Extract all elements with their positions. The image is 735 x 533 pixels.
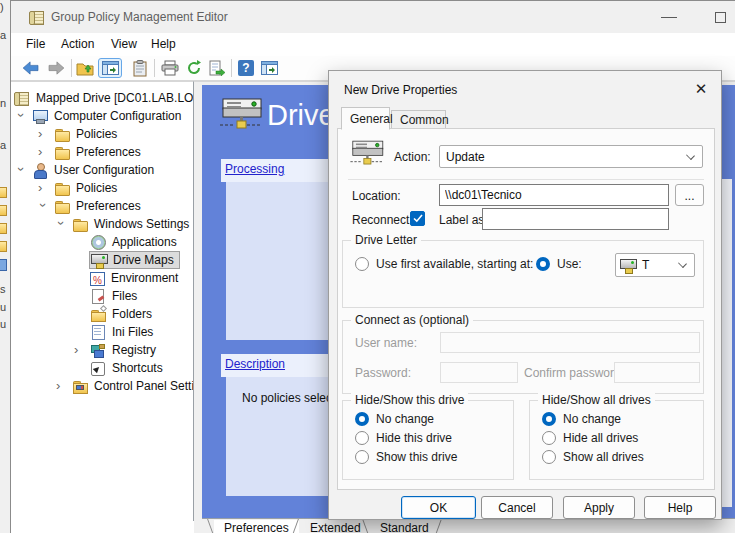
print-icon[interactable] [160, 58, 180, 78]
gpo-scroll-icon [14, 90, 30, 106]
tree-item-control-panel-settings[interactable]: Control Panel Settings [11, 377, 193, 395]
edge-fragment: a [0, 139, 6, 151]
edge-fragment: ) [0, 1, 4, 13]
chevron-down-icon[interactable] [16, 165, 26, 175]
minimize-button[interactable] [661, 17, 677, 18]
tree-item-files[interactable]: Files [11, 287, 193, 305]
user-icon [32, 162, 48, 178]
ok-button[interactable]: OK [401, 496, 476, 519]
tree-item-policies[interactable]: Policies [11, 125, 193, 143]
tab-standard[interactable]: Standard [370, 520, 439, 533]
toolbar-separator [231, 59, 232, 77]
reconnect-checkbox[interactable] [410, 211, 425, 226]
drive-letter-group-title: Drive Letter [351, 233, 421, 247]
drive-icon [620, 257, 636, 273]
tab-preferences[interactable]: Preferences [214, 520, 299, 533]
hide-show-all-title: Hide/Show all drives [538, 393, 655, 407]
menu-action[interactable]: Action [61, 37, 94, 51]
folder-icon [54, 126, 70, 142]
window-title: Group Policy Management Editor [51, 10, 228, 24]
radio-show-this-drive[interactable]: Show this drive [355, 450, 457, 464]
radio-label: Show all drives [563, 450, 644, 464]
help-button[interactable]: Help [644, 496, 716, 519]
tree-item-windows-settings[interactable]: Windows Settings [11, 215, 193, 233]
help-icon[interactable]: ? [236, 58, 256, 78]
menu-file[interactable]: File [26, 37, 45, 51]
new-window-icon[interactable] [259, 58, 279, 78]
action-dropdown[interactable]: Update [439, 145, 703, 168]
maximize-button[interactable] [715, 12, 726, 23]
tree-item-folders[interactable]: Folders [11, 305, 193, 323]
menu-view[interactable]: View [111, 37, 137, 51]
folder-icon [0, 187, 7, 198]
tree-item-policies[interactable]: Policies [11, 179, 193, 197]
drive-letter-group: Drive Letter Use first available, starti… [342, 240, 704, 308]
applications-icon [90, 234, 106, 250]
connect-as-group-title: Connect as (optional) [351, 313, 473, 327]
processing-link[interactable]: Processing [225, 162, 284, 176]
chevron-down-icon[interactable] [56, 219, 66, 229]
clipboard-icon[interactable] [130, 58, 150, 78]
location-input[interactable] [439, 184, 669, 206]
console-tree: Mapped Drive [DC01.LAB.LOCA Computer Con… [11, 81, 194, 521]
browse-button[interactable]: ... [675, 184, 704, 206]
tree-item-root[interactable]: Mapped Drive [DC01.LAB.LOCA [11, 89, 193, 107]
connect-as-group: Connect as (optional) User name: Passwor… [342, 320, 704, 394]
show-console-tree-icon[interactable] [98, 58, 122, 78]
hide-show-this-drive-group: Hide/Show this drive No change Hide this… [342, 400, 514, 480]
cancel-button[interactable]: Cancel [481, 496, 553, 519]
radio-hide-all-drives[interactable]: Hide all drives [542, 431, 638, 445]
radio-show-all-drives[interactable]: Show all drives [542, 450, 644, 464]
forward-icon[interactable] [46, 58, 66, 78]
radio-all-no-change[interactable]: No change [542, 412, 621, 426]
radio-use-first-available[interactable]: Use first available, starting at: [355, 257, 533, 271]
description-link[interactable]: Description [225, 357, 285, 371]
tree-item-environment[interactable]: % Environment [11, 269, 193, 287]
toolbar-separator [154, 59, 155, 77]
tab-extended[interactable]: Extended [300, 520, 371, 533]
tree-item-drive-maps[interactable]: Drive Maps [11, 251, 193, 269]
radio-this-no-change[interactable]: No change [355, 412, 434, 426]
menu-help[interactable]: Help [151, 37, 176, 51]
drive-letter-dropdown[interactable]: T [615, 253, 695, 277]
close-icon[interactable]: ✕ [689, 77, 713, 101]
export-list-icon[interactable] [207, 58, 227, 78]
drive-letter-value: T [642, 258, 649, 272]
radio-icon [542, 412, 556, 426]
chevron-right-icon[interactable] [38, 183, 48, 193]
radio-icon [355, 431, 369, 445]
radio-use[interactable]: Use: [536, 257, 582, 271]
tree-item-user-configuration[interactable]: User Configuration [11, 161, 193, 179]
refresh-icon[interactable] [184, 58, 204, 78]
tree-item-preferences[interactable]: Preferences [11, 197, 193, 215]
label-as-input[interactable] [482, 208, 669, 230]
chevron-right-icon[interactable] [74, 345, 84, 355]
chevron-down-icon[interactable] [38, 201, 48, 211]
chevron-right-icon[interactable] [38, 129, 48, 139]
tab-general[interactable]: General [341, 107, 390, 130]
folder-icon [0, 205, 7, 216]
radio-label: Use: [557, 257, 582, 271]
list-icon [0, 259, 7, 271]
chevron-right-icon[interactable] [56, 381, 66, 391]
chevron-down-icon[interactable] [16, 111, 26, 121]
tree-item-applications[interactable]: Applications [11, 233, 193, 251]
tree-item-ini-files[interactable]: Ini Files [11, 323, 193, 341]
action-label: Action: [394, 150, 431, 164]
shortcuts-icon [90, 360, 106, 376]
radio-hide-this-drive[interactable]: Hide this drive [355, 431, 452, 445]
tree-item-computer-configuration[interactable]: Computer Configuration [11, 107, 193, 125]
apply-button[interactable]: Apply [563, 496, 635, 519]
control-panel-folder-icon [72, 378, 88, 394]
gpo-scroll-icon [29, 9, 45, 25]
up-folder-icon[interactable] [75, 58, 95, 78]
back-icon[interactable] [21, 58, 41, 78]
action-value: Update [446, 150, 485, 164]
radio-icon [355, 412, 369, 426]
chevron-right-icon[interactable] [38, 147, 48, 157]
tree-item-registry[interactable]: Registry [11, 341, 193, 359]
tree-item-preferences[interactable]: Preferences [11, 143, 193, 161]
tree-item-shortcuts[interactable]: Shortcuts [11, 359, 193, 377]
edge-fragment: a [0, 29, 6, 41]
title-bar[interactable]: Group Policy Management Editor [11, 1, 735, 33]
